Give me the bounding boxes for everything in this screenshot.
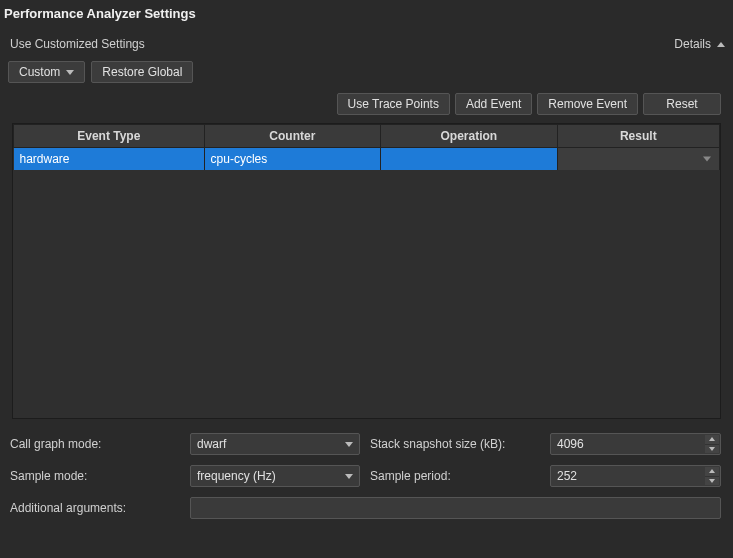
sample-period-input[interactable]: 252 <box>550 465 721 487</box>
spin-up-button[interactable] <box>705 467 719 476</box>
chevron-down-icon <box>345 442 353 447</box>
chevron-down-icon <box>709 447 715 451</box>
call-graph-mode-value: dwarf <box>197 437 226 451</box>
spin-up-button[interactable] <box>705 435 719 444</box>
use-trace-points-button[interactable]: Use Trace Points <box>337 93 450 115</box>
details-toggle[interactable]: Details <box>674 37 725 51</box>
page-title: Performance Analyzer Settings <box>0 0 733 31</box>
mode-select[interactable]: Custom <box>8 61 85 83</box>
restore-global-button[interactable]: Restore Global <box>91 61 193 83</box>
chevron-down-icon <box>709 479 715 483</box>
cell-counter[interactable]: cpu-cycles <box>204 148 381 171</box>
chevron-up-icon <box>709 437 715 441</box>
cell-event-type[interactable]: hardware <box>14 148 205 171</box>
col-operation[interactable]: Operation <box>381 125 558 148</box>
col-result[interactable]: Result <box>557 125 719 148</box>
chevron-down-icon <box>703 157 711 162</box>
reset-button[interactable]: Reset <box>643 93 721 115</box>
call-graph-mode-select[interactable]: dwarf <box>190 433 360 455</box>
additional-args-input[interactable] <box>190 497 721 519</box>
details-label: Details <box>674 37 711 51</box>
remove-event-button[interactable]: Remove Event <box>537 93 638 115</box>
add-event-button[interactable]: Add Event <box>455 93 532 115</box>
use-customized-label: Use Customized Settings <box>10 37 145 51</box>
stack-snapshot-input[interactable]: 4096 <box>550 433 721 455</box>
spin-down-button[interactable] <box>705 444 719 454</box>
cell-result[interactable] <box>557 148 719 171</box>
col-counter[interactable]: Counter <box>204 125 381 148</box>
chevron-up-icon <box>709 469 715 473</box>
chevron-up-icon <box>717 42 725 47</box>
col-event-type[interactable]: Event Type <box>14 125 205 148</box>
mode-select-label: Custom <box>19 65 60 79</box>
sample-mode-label: Sample mode: <box>10 469 190 483</box>
chevron-down-icon <box>66 70 74 75</box>
table-row[interactable]: hardware cpu-cycles <box>14 148 720 171</box>
additional-args-label: Additional arguments: <box>10 501 190 515</box>
sample-mode-select[interactable]: frequency (Hz) <box>190 465 360 487</box>
events-table: Event Type Counter Operation Result hard… <box>12 123 721 419</box>
stack-snapshot-label: Stack snapshot size (kB): <box>360 437 550 451</box>
cell-operation[interactable] <box>381 148 558 171</box>
call-graph-mode-label: Call graph mode: <box>10 437 190 451</box>
chevron-down-icon <box>345 474 353 479</box>
sample-period-label: Sample period: <box>360 469 550 483</box>
sample-mode-value: frequency (Hz) <box>197 469 276 483</box>
spin-down-button[interactable] <box>705 476 719 486</box>
sample-period-value: 252 <box>557 469 577 483</box>
stack-snapshot-value: 4096 <box>557 437 584 451</box>
